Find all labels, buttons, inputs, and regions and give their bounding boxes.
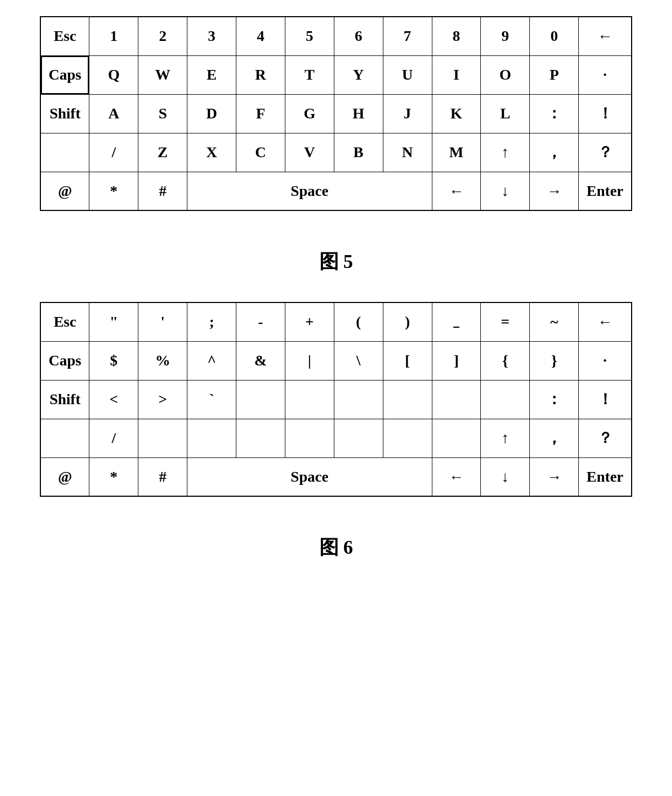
key-x[interactable]: X — [187, 133, 236, 172]
key-q[interactable]: Q — [89, 55, 138, 94]
key2-lparen[interactable]: ( — [334, 302, 383, 341]
key-esc[interactable]: Esc — [40, 17, 89, 55]
key2-esc[interactable]: Esc — [40, 302, 89, 341]
key-comma[interactable]: ， — [530, 133, 579, 172]
key2-pipe[interactable]: | — [285, 341, 334, 380]
key-6[interactable]: 6 — [334, 17, 383, 55]
key-9[interactable]: 9 — [481, 17, 530, 55]
key2-rbracket[interactable]: ] — [432, 341, 481, 380]
key2-exclaim[interactable]: ！ — [579, 380, 632, 419]
key2-enter[interactable]: Enter — [579, 457, 632, 496]
key-1[interactable]: 1 — [89, 17, 138, 55]
key-question[interactable]: ？ — [579, 133, 632, 172]
key-up[interactable]: ↑ — [481, 133, 530, 172]
key2-plus[interactable]: + — [285, 302, 334, 341]
key2-right[interactable]: → — [530, 457, 579, 496]
key-i[interactable]: I — [432, 55, 481, 94]
key2-tilde[interactable]: ~ — [530, 302, 579, 341]
key-u[interactable]: U — [383, 55, 432, 94]
key-m[interactable]: M — [432, 133, 481, 172]
key-h[interactable]: H — [334, 94, 383, 133]
key-d[interactable]: D — [187, 94, 236, 133]
key2-underscore[interactable]: _ — [432, 302, 481, 341]
key-colon[interactable]: ： — [530, 94, 579, 133]
key2-colon[interactable]: ： — [530, 380, 579, 419]
key-7[interactable]: 7 — [383, 17, 432, 55]
key2-equals[interactable]: = — [481, 302, 530, 341]
key2-question[interactable]: ？ — [579, 419, 632, 457]
key2-lt[interactable]: < — [89, 380, 138, 419]
key2-ampersand[interactable]: & — [236, 341, 285, 380]
key-backspace[interactable]: ← — [579, 17, 632, 55]
key-v[interactable]: V — [285, 133, 334, 172]
key-caps[interactable]: Caps — [40, 55, 89, 94]
key-j[interactable]: J — [383, 94, 432, 133]
key-down[interactable]: ↓ — [481, 172, 530, 210]
key2-lbracket[interactable]: [ — [383, 341, 432, 380]
key-o[interactable]: O — [481, 55, 530, 94]
key-e[interactable]: E — [187, 55, 236, 94]
key-slash[interactable]: / — [89, 133, 138, 172]
key-a[interactable]: A — [89, 94, 138, 133]
key-k[interactable]: K — [432, 94, 481, 133]
key-dot[interactable]: · — [579, 55, 632, 94]
key-2[interactable]: 2 — [138, 17, 187, 55]
key-t[interactable]: T — [285, 55, 334, 94]
key2-empty2 — [285, 380, 334, 419]
key-star[interactable]: * — [89, 172, 138, 210]
key-at[interactable]: @ — [40, 172, 89, 210]
key2-backspace[interactable]: ← — [579, 302, 632, 341]
keyboard-row-2: Caps Q W E R T Y U I O P · — [40, 55, 632, 94]
key-f[interactable]: F — [236, 94, 285, 133]
key-left[interactable]: ← — [432, 172, 481, 210]
key-s[interactable]: S — [138, 94, 187, 133]
key-enter[interactable]: Enter — [579, 172, 632, 210]
key2-rparen[interactable]: ) — [383, 302, 432, 341]
key2-caret[interactable]: ^ — [187, 341, 236, 380]
key2-percent[interactable]: % — [138, 341, 187, 380]
key2-star[interactable]: * — [89, 457, 138, 496]
key-3[interactable]: 3 — [187, 17, 236, 55]
key2-space[interactable]: Space — [187, 457, 432, 496]
key2-backslash[interactable]: \ — [334, 341, 383, 380]
key2-up[interactable]: ↑ — [481, 419, 530, 457]
key-5[interactable]: 5 — [285, 17, 334, 55]
key-p[interactable]: P — [530, 55, 579, 94]
key-r[interactable]: R — [236, 55, 285, 94]
key2-dquote[interactable]: " — [89, 302, 138, 341]
key-l[interactable]: L — [481, 94, 530, 133]
key-g[interactable]: G — [285, 94, 334, 133]
key-space[interactable]: Space — [187, 172, 432, 210]
key2-rbrace[interactable]: } — [530, 341, 579, 380]
key-y[interactable]: Y — [334, 55, 383, 94]
key-4[interactable]: 4 — [236, 17, 285, 55]
key-hash[interactable]: # — [138, 172, 187, 210]
key2-semicolon[interactable]: ; — [187, 302, 236, 341]
key2-comma[interactable]: ， — [530, 419, 579, 457]
key-exclaim[interactable]: ！ — [579, 94, 632, 133]
key2-dollar[interactable]: $ — [89, 341, 138, 380]
key2-backtick[interactable]: ` — [187, 380, 236, 419]
key2-gt[interactable]: > — [138, 380, 187, 419]
key-w[interactable]: W — [138, 55, 187, 94]
key-b[interactable]: B — [334, 133, 383, 172]
key-shift[interactable]: Shift — [40, 94, 89, 133]
key-right[interactable]: → — [530, 172, 579, 210]
key2-hash[interactable]: # — [138, 457, 187, 496]
key2-lbrace[interactable]: { — [481, 341, 530, 380]
key2-slash[interactable]: / — [89, 419, 138, 457]
key2-minus[interactable]: - — [236, 302, 285, 341]
key-z[interactable]: Z — [138, 133, 187, 172]
key2-at[interactable]: @ — [40, 457, 89, 496]
keyboard2-row-1: Esc " ' ; - + ( ) _ = ~ ← — [40, 302, 632, 341]
key2-squote[interactable]: ' — [138, 302, 187, 341]
key2-left[interactable]: ← — [432, 457, 481, 496]
key-8[interactable]: 8 — [432, 17, 481, 55]
key2-down[interactable]: ↓ — [481, 457, 530, 496]
key-n[interactable]: N — [383, 133, 432, 172]
key-0[interactable]: 0 — [530, 17, 579, 55]
key2-caps[interactable]: Caps — [40, 341, 89, 380]
key2-dot[interactable]: · — [579, 341, 632, 380]
key2-shift[interactable]: Shift — [40, 380, 89, 419]
key-c[interactable]: C — [236, 133, 285, 172]
